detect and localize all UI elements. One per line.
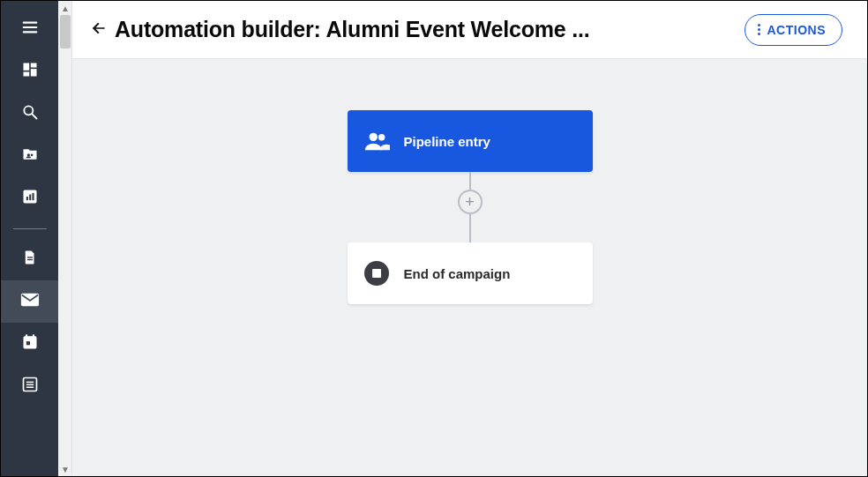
- automation-canvas[interactable]: Pipeline entry + End of campaign: [72, 59, 867, 476]
- sidebar: [1, 1, 58, 476]
- svg-rect-15: [27, 257, 33, 257]
- scrollbar[interactable]: ▲ ▼: [58, 1, 72, 476]
- nav-list[interactable]: [1, 365, 58, 407]
- actions-button[interactable]: ACTIONS: [745, 14, 843, 46]
- svg-rect-4: [30, 63, 36, 68]
- vertical-dots-icon: [758, 24, 760, 35]
- connector-line: [469, 172, 471, 190]
- svg-rect-14: [32, 193, 34, 200]
- people-icon: [363, 128, 390, 154]
- nav-search[interactable]: [1, 93, 58, 135]
- svg-point-9: [26, 153, 29, 156]
- svg-point-28: [378, 134, 385, 141]
- nav-analytics[interactable]: [1, 177, 58, 220]
- pipeline-entry-node[interactable]: Pipeline entry: [348, 110, 593, 172]
- scroll-thumb[interactable]: [60, 15, 71, 48]
- svg-rect-24: [26, 382, 33, 384]
- svg-rect-5: [30, 69, 36, 76]
- svg-rect-13: [29, 195, 31, 201]
- document-icon: [22, 249, 38, 270]
- svg-rect-0: [22, 22, 37, 24]
- nav-email[interactable]: [1, 280, 58, 323]
- svg-point-27: [369, 133, 377, 141]
- svg-rect-12: [26, 197, 27, 200]
- contacts-folder-icon: [21, 145, 39, 167]
- pipeline-entry-label: Pipeline entry: [404, 134, 490, 149]
- stop-icon: [363, 260, 390, 287]
- page-title: Automation builder: Alumni Event Welcome…: [115, 17, 589, 42]
- svg-point-7: [24, 106, 33, 115]
- search-icon: [21, 103, 39, 124]
- svg-rect-21: [32, 334, 34, 338]
- svg-rect-20: [26, 334, 27, 338]
- svg-rect-25: [26, 384, 33, 386]
- nav-contacts[interactable]: [1, 135, 58, 177]
- chart-icon: [21, 188, 39, 209]
- svg-point-10: [30, 154, 33, 157]
- scroll-down-icon[interactable]: ▼: [58, 462, 72, 476]
- sidebar-divider: [13, 228, 47, 229]
- end-of-campaign-label: End of campaign: [404, 266, 511, 281]
- svg-rect-3: [23, 63, 29, 71]
- svg-rect-6: [23, 72, 29, 77]
- svg-rect-22: [26, 341, 29, 345]
- back-button[interactable]: [86, 18, 111, 42]
- svg-rect-1: [22, 26, 37, 28]
- scroll-up-icon[interactable]: ▲: [58, 1, 72, 15]
- flow-container: Pipeline entry + End of campaign: [348, 110, 593, 304]
- nav-menu[interactable]: [1, 8, 58, 50]
- main-area: Automation builder: Alumni Event Welcome…: [72, 1, 867, 476]
- list-icon: [21, 376, 39, 397]
- svg-line-8: [32, 115, 36, 119]
- svg-rect-2: [22, 31, 37, 33]
- plus-icon: +: [465, 194, 475, 210]
- calendar-icon: [21, 333, 39, 354]
- actions-button-label: ACTIONS: [767, 23, 827, 37]
- nav-document[interactable]: [1, 238, 58, 280]
- nav-dashboard[interactable]: [1, 50, 58, 93]
- page-header: Automation builder: Alumni Event Welcome…: [72, 1, 867, 59]
- dashboard-icon: [21, 61, 39, 82]
- add-step-button[interactable]: +: [458, 190, 483, 214]
- hamburger-icon: [20, 18, 40, 41]
- email-icon: [20, 292, 40, 311]
- svg-rect-16: [27, 259, 33, 260]
- svg-rect-26: [26, 387, 33, 389]
- connector-line: [469, 214, 471, 242]
- arrow-left-icon: [90, 19, 108, 41]
- nav-calendar[interactable]: [1, 323, 58, 365]
- end-of-campaign-node[interactable]: End of campaign: [348, 242, 593, 304]
